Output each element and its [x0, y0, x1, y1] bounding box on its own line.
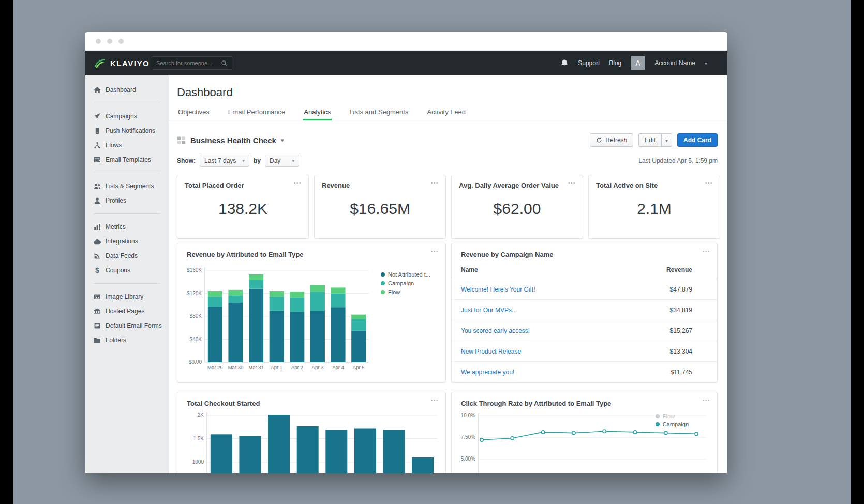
card-menu-icon[interactable]: ⋯ — [568, 178, 576, 188]
board-switcher[interactable]: Business Health Check ▾ — [177, 136, 284, 145]
nav-link-blog[interactable]: Blog — [609, 59, 621, 67]
legend-dot — [656, 422, 660, 426]
campaign-link[interactable]: We appreciate you! — [461, 369, 514, 376]
avatar[interactable]: A — [631, 56, 645, 70]
window-control-dot[interactable] — [96, 39, 101, 44]
interval-select[interactable]: Day ▾ — [265, 155, 299, 167]
legend-item-not-attributed-t[interactable]: Not Attributed t... — [381, 271, 430, 278]
sidebar-item-campaigns[interactable]: Campaigns — [85, 109, 169, 124]
add-card-button[interactable]: Add Card — [677, 133, 718, 147]
account-caret-icon[interactable]: ▾ — [705, 60, 707, 66]
svg-text:Mar 29: Mar 29 — [207, 364, 223, 370]
card-revenue-by-campaign: Revenue by Campaign Name ⋯ Name Revenue … — [451, 243, 718, 383]
interval-value: Day — [270, 157, 280, 164]
tab-activity-feed[interactable]: Activity Feed — [426, 105, 466, 120]
campaign-row[interactable]: Welcome! Here's Your Gift!$47,879 — [452, 279, 717, 300]
campaign-row[interactable]: Just for Our MVPs...$34,819 — [452, 300, 717, 320]
card-menu-icon[interactable]: ⋯ — [702, 247, 711, 256]
sidebar-divider — [94, 103, 160, 103]
page-title: Dashboard — [177, 86, 233, 99]
card-menu-icon[interactable]: ⋯ — [430, 178, 439, 188]
sidebar-item-email-templates[interactable]: Email Templates — [85, 152, 169, 167]
edit-caret-button[interactable]: ▾ — [662, 133, 672, 147]
tab-email-performance[interactable]: Email Performance — [227, 105, 287, 120]
sidebar-item-data-feeds[interactable]: Data Feeds — [85, 249, 169, 263]
sidebar-item-metrics[interactable]: Metrics — [85, 220, 169, 234]
card-menu-icon[interactable]: ⋯ — [702, 395, 711, 405]
svg-text:1000: 1000 — [192, 459, 204, 465]
campaign-revenue-table: Name Revenue Welcome! Here's Your Gift!$… — [452, 265, 717, 383]
metric-card-revenue: Revenue⋯$16.65M — [314, 175, 446, 239]
card-title: Revenue by Attributed to Email Type — [187, 251, 303, 258]
klaviyo-brand[interactable]: KLAVIYO — [94, 51, 150, 75]
sidebar-item-image-library[interactable]: Image Library — [85, 289, 169, 304]
sidebar-item-profiles[interactable]: Profiles — [85, 193, 169, 208]
window-control-dot[interactable] — [107, 39, 112, 44]
sidebar-item-dashboard[interactable]: Dashboard — [85, 83, 169, 97]
select-caret-icon: ▾ — [242, 158, 245, 163]
sidebar-item-label: Profiles — [106, 197, 126, 204]
metric-card-avg-daily-average-order-value: Avg. Daily Average Order Value⋯$62.00 — [451, 175, 583, 239]
campaign-row[interactable]: New Product Release$13,304 — [452, 341, 717, 362]
dashboard-toolbar: Business Health Check ▾ Refresh Edit ▾ A… — [177, 133, 718, 147]
card-title: Avg. Daily Average Order Value — [459, 181, 559, 189]
by-label: by — [254, 157, 261, 164]
campaign-link[interactable]: You scored early access! — [461, 327, 530, 334]
sidebar-item-label: Flows — [106, 142, 122, 149]
window-control-dot[interactable] — [118, 39, 124, 44]
campaign-link[interactable]: Welcome! Here's Your Gift! — [461, 286, 535, 293]
tab-bar: ObjectivesEmail PerformanceAnalyticsList… — [169, 105, 727, 120]
metric-card-total-placed-order: Total Placed Order⋯138.2K — [177, 175, 309, 239]
notifications-bell-icon[interactable] — [560, 59, 569, 67]
campaign-revenue: $15,267 — [670, 327, 692, 334]
window-titlebar — [85, 32, 727, 51]
show-label: Show: — [177, 157, 196, 164]
date-range-value: Last 7 days — [204, 157, 236, 164]
metric-card-total-active-on-site: Total Active on Site⋯2.1M — [588, 175, 720, 239]
tab-lists-and-segments[interactable]: Lists and Segments — [348, 105, 409, 120]
legend-item-flow[interactable]: Flow — [656, 413, 689, 419]
card-menu-icon[interactable]: ⋯ — [430, 247, 439, 256]
campaign-row[interactable]: We appreciate you!$11,745 — [452, 362, 717, 383]
sidebar-item-coupons[interactable]: $Coupons — [85, 263, 169, 278]
date-range-select[interactable]: Last 7 days ▾ — [200, 155, 249, 167]
sidebar-item-label: Data Feeds — [106, 252, 138, 259]
sidebar-item-folders[interactable]: Folders — [85, 333, 169, 347]
refresh-button[interactable]: Refresh — [590, 133, 633, 147]
sidebar-item-lists-segments[interactable]: Lists & Segments — [85, 179, 169, 193]
search-input[interactable]: Search for someone... — [152, 56, 232, 70]
tab-analytics[interactable]: Analytics — [303, 105, 332, 120]
card-menu-icon[interactable]: ⋯ — [430, 395, 439, 405]
svg-text:Mar 31: Mar 31 — [248, 364, 264, 370]
campaign-link[interactable]: Just for Our MVPs... — [461, 307, 517, 314]
sidebar-item-integrations[interactable]: Integrations — [85, 234, 169, 249]
refresh-label: Refresh — [605, 136, 627, 144]
sidebar-item-hosted-pages[interactable]: Hosted Pages — [85, 304, 169, 318]
campaign-row[interactable]: You scored early access!$15,267 — [452, 320, 717, 341]
svg-text:$160K: $160K — [187, 267, 202, 273]
account-name[interactable]: Account Name — [654, 59, 695, 67]
card-menu-icon[interactable]: ⋯ — [293, 178, 302, 188]
svg-text:5.00%: 5.00% — [461, 456, 475, 462]
card-menu-icon[interactable]: ⋯ — [705, 178, 713, 188]
edit-button[interactable]: Edit — [638, 133, 662, 147]
select-caret-icon: ▾ — [292, 158, 294, 163]
sidebar-item-push-notifications[interactable]: Push Notifications — [85, 124, 169, 138]
last-updated-text: Last Updated Apr 5, 1:59 pm — [638, 157, 718, 164]
campaign-revenue: $11,745 — [671, 369, 693, 376]
legend-dot — [381, 272, 385, 277]
sidebar-divider — [94, 213, 160, 214]
nav-link-support[interactable]: Support — [578, 59, 600, 67]
sidebar: DashboardCampaignsPush NotificationsFlow… — [85, 75, 169, 473]
column-header-revenue: Revenue — [666, 266, 692, 273]
legend-item-campaign[interactable]: Campaign — [381, 280, 430, 286]
sidebar-item-flows[interactable]: Flows — [85, 138, 169, 152]
sidebar-item-default-email-forms[interactable]: Default Email Forms — [85, 318, 169, 333]
svg-text:$0.00: $0.00 — [189, 359, 202, 365]
legend-item-campaign[interactable]: Campaign — [656, 421, 689, 427]
card-title: Total Active on Site — [596, 181, 658, 189]
legend-label: Not Attributed t... — [388, 271, 430, 278]
campaign-link[interactable]: New Product Release — [461, 348, 521, 355]
tab-objectives[interactable]: Objectives — [177, 105, 211, 120]
legend-item-flow[interactable]: Flow — [381, 289, 430, 295]
